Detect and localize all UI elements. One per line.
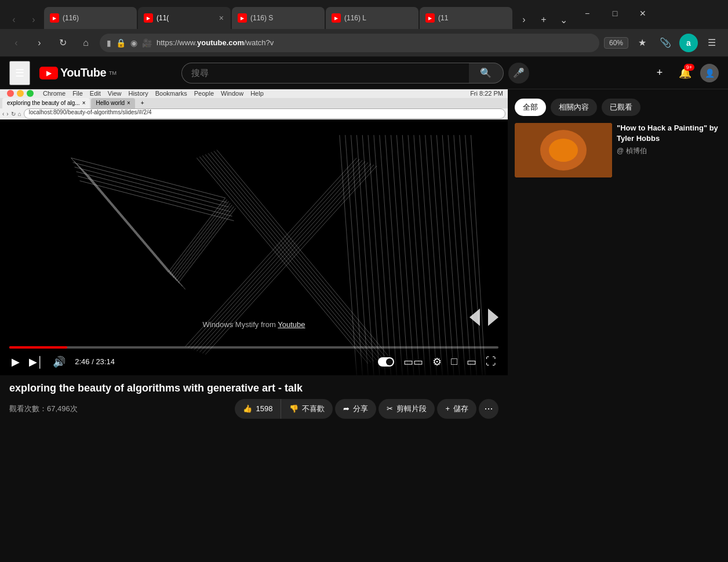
tab-forward-btn[interactable]: › <box>24 10 43 29</box>
notifications-btn[interactable]: 🔔 9+ <box>675 63 696 84</box>
forward-btn[interactable]: › <box>30 34 49 52</box>
restore-btn[interactable]: □ <box>602 4 628 23</box>
home-btn[interactable]: ⌂ <box>77 34 95 52</box>
tab-favicon-2 <box>144 13 153 23</box>
browser-tab-1[interactable]: (116) <box>44 7 137 29</box>
svg-marker-61 <box>488 309 498 326</box>
filter-tab-related[interactable]: 相關內容 <box>551 99 597 116</box>
tab-back-btn[interactable]: ‹ <box>5 10 23 29</box>
svg-line-3 <box>79 166 177 281</box>
header-actions: + 🔔 9+ 👤 <box>649 63 719 84</box>
tab-favicon-3 <box>238 13 247 23</box>
time-display: 2:46 / 23:14 <box>75 357 115 366</box>
bookmark-btn[interactable]: ★ <box>633 34 651 52</box>
more-tabs-btn[interactable]: › <box>515 10 533 29</box>
dislike-btn[interactable]: 👎 不喜歡 <box>281 399 333 419</box>
video-actions: 👍 1598 👎 不喜歡 ➦ 分享 <box>235 399 498 419</box>
search-submit-btn[interactable]: 🔍 <box>469 63 504 84</box>
svg-line-21 <box>345 135 363 375</box>
menu-btn[interactable]: ☰ <box>702 34 721 52</box>
fullscreen-btn[interactable]: ⛶ <box>483 353 498 370</box>
avatar-image: 👤 <box>705 68 715 78</box>
svg-line-26 <box>374 135 391 375</box>
address-text[interactable]: https://www.youtube.com/watch?v <box>156 38 592 47</box>
filter-tab-all[interactable]: 全部 <box>515 99 546 116</box>
svg-line-44 <box>196 158 368 364</box>
like-btn[interactable]: 👍 1598 <box>235 399 281 419</box>
filter-tab-watched[interactable]: 已觀看 <box>602 99 640 116</box>
camera-icon: 🎥 <box>142 38 152 48</box>
tab-favicon-4 <box>332 13 341 23</box>
search-input[interactable] <box>181 63 469 84</box>
save-icon: + <box>445 404 450 413</box>
tab-close-2[interactable]: × <box>218 12 225 24</box>
reload-btn[interactable]: ↻ <box>53 34 72 52</box>
youtube-logo-icon <box>39 67 58 79</box>
video-column: Chrome File Edit View History Bookmarks … <box>0 89 508 562</box>
autoplay-toggle[interactable] <box>376 355 396 369</box>
progress-bar[interactable] <box>9 346 498 349</box>
save-btn[interactable]: + 儲存 <box>437 399 476 419</box>
youtube-logo[interactable]: YouTube TM <box>39 66 117 79</box>
overlay-link[interactable]: Youtube <box>278 320 305 329</box>
zoom-badge[interactable]: 60% <box>604 37 628 49</box>
settings-btn[interactable]: ⚙ <box>430 353 444 371</box>
miniplayer-btn[interactable]: □ <box>449 353 460 370</box>
browser-tab-5[interactable]: (11 <box>420 7 512 29</box>
hamburger-menu-btn[interactable]: ☰ <box>9 61 30 85</box>
minimize-btn[interactable]: − <box>574 4 600 23</box>
tab-bar: ‹ › (116) (11( × (116) S (116) L (11 › <box>0 0 728 29</box>
video-player[interactable]: Chrome File Edit View History Bookmarks … <box>0 89 508 375</box>
pocket-btn[interactable]: 📎 <box>656 34 675 52</box>
thumbs-up-icon: 👍 <box>243 404 252 413</box>
tracking-icon: ◉ <box>130 38 137 48</box>
address-input-wrap[interactable]: ▮ 🔒 ◉ 🎥 https://www.youtube.com/watch?v <box>100 34 599 52</box>
tab-list-btn[interactable]: ⌄ <box>554 10 573 29</box>
share-icon: ➦ <box>343 404 350 413</box>
close-btn[interactable]: ✕ <box>629 4 656 23</box>
svg-line-13 <box>168 198 225 272</box>
youtube-header: ☰ YouTube TM 🔍 🎤 + 🔔 9+ 👤 <box>0 57 728 89</box>
tab-favicon-5 <box>425 13 435 23</box>
tab-title-3: (116) S <box>250 14 319 22</box>
share-label: 分享 <box>353 404 368 414</box>
controls-row: ▶ ▶│ 🔊 2:46 / 23:14 <box>9 353 498 371</box>
play-pause-btn[interactable]: ▶ <box>9 353 22 371</box>
svg-line-32 <box>408 135 425 375</box>
view-count: 觀看次數：67,496次 <box>9 404 78 414</box>
svg-point-64 <box>549 139 578 162</box>
svg-line-18 <box>177 206 234 281</box>
back-btn[interactable]: ‹ <box>7 34 26 52</box>
new-tab-btn[interactable]: + <box>534 10 553 29</box>
svg-line-30 <box>396 135 414 375</box>
browser-tab-4[interactable]: (116) L <box>326 7 418 29</box>
svg-line-36 <box>431 135 449 375</box>
theater-btn[interactable]: ▭ <box>464 353 479 371</box>
svg-line-34 <box>420 135 437 375</box>
subtitles-btn[interactable]: ▭▭ <box>401 353 425 371</box>
shield-icon: ▮ <box>107 38 111 48</box>
svg-line-24 <box>362 135 380 375</box>
user-avatar[interactable]: 👤 <box>700 64 719 82</box>
volume-btn[interactable]: 🔊 <box>50 353 68 371</box>
svg-line-38 <box>442 135 460 375</box>
rec-video-info-1: "How to Hack a Painting" by Tyler Hobbs … <box>617 123 721 177</box>
create-video-btn[interactable]: + <box>649 63 670 84</box>
more-actions-btn[interactable]: ··· <box>479 399 498 419</box>
nav-arrows <box>469 306 498 329</box>
browser-tab-3[interactable]: (116) S <box>232 7 325 29</box>
clip-btn[interactable]: ✂ 剪輯片段 <box>378 399 435 419</box>
svg-line-20 <box>340 135 357 375</box>
recommended-video-1[interactable]: "How to Hack a Painting" by Tyler Hobbs … <box>515 123 721 177</box>
account-icon[interactable]: a <box>679 34 698 52</box>
share-btn[interactable]: ➦ 分享 <box>335 399 376 419</box>
tab-title-1: (116) <box>63 14 131 22</box>
rec-thumbnail-1 <box>515 123 612 177</box>
next-btn[interactable]: ▶│ <box>27 353 46 371</box>
like-dislike-group: 👍 1598 👎 不喜歡 <box>235 399 333 419</box>
svg-line-28 <box>385 135 403 375</box>
voice-search-btn[interactable]: 🎤 <box>508 63 529 84</box>
svg-line-19 <box>179 208 236 282</box>
browser-tab-2[interactable]: (11( × <box>138 7 231 29</box>
svg-line-8 <box>73 162 227 202</box>
